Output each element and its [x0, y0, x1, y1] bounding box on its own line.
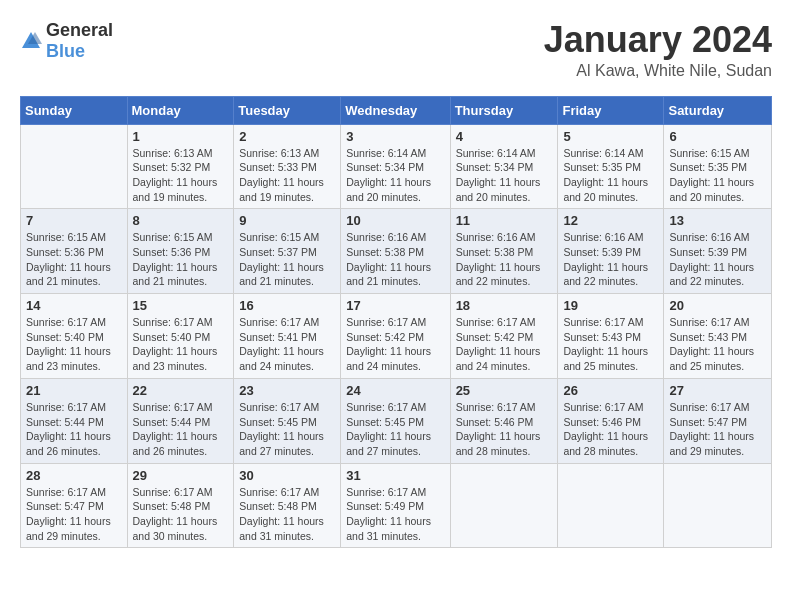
column-header-sunday: Sunday — [21, 96, 128, 124]
day-number: 12 — [563, 213, 658, 228]
day-cell: 13Sunrise: 6:16 AMSunset: 5:39 PMDayligh… — [664, 209, 772, 294]
day-number: 31 — [346, 468, 444, 483]
day-number: 3 — [346, 129, 444, 144]
day-number: 1 — [133, 129, 229, 144]
day-number: 14 — [26, 298, 122, 313]
day-cell: 31Sunrise: 6:17 AMSunset: 5:49 PMDayligh… — [341, 463, 450, 548]
day-number: 25 — [456, 383, 553, 398]
day-number: 15 — [133, 298, 229, 313]
day-info: Sunrise: 6:13 AMSunset: 5:33 PMDaylight:… — [239, 146, 335, 205]
day-cell: 27Sunrise: 6:17 AMSunset: 5:47 PMDayligh… — [664, 378, 772, 463]
day-cell: 3Sunrise: 6:14 AMSunset: 5:34 PMDaylight… — [341, 124, 450, 209]
day-number: 21 — [26, 383, 122, 398]
day-number: 4 — [456, 129, 553, 144]
column-header-tuesday: Tuesday — [234, 96, 341, 124]
day-cell: 18Sunrise: 6:17 AMSunset: 5:42 PMDayligh… — [450, 294, 558, 379]
day-number: 8 — [133, 213, 229, 228]
day-info: Sunrise: 6:17 AMSunset: 5:48 PMDaylight:… — [133, 485, 229, 544]
day-info: Sunrise: 6:13 AMSunset: 5:32 PMDaylight:… — [133, 146, 229, 205]
day-cell: 15Sunrise: 6:17 AMSunset: 5:40 PMDayligh… — [127, 294, 234, 379]
day-info: Sunrise: 6:17 AMSunset: 5:40 PMDaylight:… — [133, 315, 229, 374]
day-number: 29 — [133, 468, 229, 483]
week-row-1: 1Sunrise: 6:13 AMSunset: 5:32 PMDaylight… — [21, 124, 772, 209]
day-info: Sunrise: 6:15 AMSunset: 5:36 PMDaylight:… — [133, 230, 229, 289]
day-info: Sunrise: 6:15 AMSunset: 5:37 PMDaylight:… — [239, 230, 335, 289]
header-row: SundayMondayTuesdayWednesdayThursdayFrid… — [21, 96, 772, 124]
day-cell — [664, 463, 772, 548]
title-section: January 2024 Al Kawa, White Nile, Sudan — [544, 20, 772, 80]
day-cell — [21, 124, 128, 209]
logo-icon — [20, 30, 42, 52]
day-number: 2 — [239, 129, 335, 144]
day-number: 13 — [669, 213, 766, 228]
day-number: 22 — [133, 383, 229, 398]
day-info: Sunrise: 6:17 AMSunset: 5:47 PMDaylight:… — [26, 485, 122, 544]
day-info: Sunrise: 6:16 AMSunset: 5:38 PMDaylight:… — [346, 230, 444, 289]
day-number: 26 — [563, 383, 658, 398]
day-cell: 16Sunrise: 6:17 AMSunset: 5:41 PMDayligh… — [234, 294, 341, 379]
day-info: Sunrise: 6:17 AMSunset: 5:43 PMDaylight:… — [563, 315, 658, 374]
day-cell: 26Sunrise: 6:17 AMSunset: 5:46 PMDayligh… — [558, 378, 664, 463]
day-number: 16 — [239, 298, 335, 313]
day-info: Sunrise: 6:16 AMSunset: 5:39 PMDaylight:… — [563, 230, 658, 289]
day-cell: 20Sunrise: 6:17 AMSunset: 5:43 PMDayligh… — [664, 294, 772, 379]
day-info: Sunrise: 6:17 AMSunset: 5:44 PMDaylight:… — [133, 400, 229, 459]
day-number: 20 — [669, 298, 766, 313]
day-cell: 9Sunrise: 6:15 AMSunset: 5:37 PMDaylight… — [234, 209, 341, 294]
day-cell: 22Sunrise: 6:17 AMSunset: 5:44 PMDayligh… — [127, 378, 234, 463]
sub-title: Al Kawa, White Nile, Sudan — [544, 62, 772, 80]
day-number: 30 — [239, 468, 335, 483]
day-cell — [558, 463, 664, 548]
day-cell: 21Sunrise: 6:17 AMSunset: 5:44 PMDayligh… — [21, 378, 128, 463]
day-cell: 24Sunrise: 6:17 AMSunset: 5:45 PMDayligh… — [341, 378, 450, 463]
day-cell: 4Sunrise: 6:14 AMSunset: 5:34 PMDaylight… — [450, 124, 558, 209]
day-number: 19 — [563, 298, 658, 313]
column-header-saturday: Saturday — [664, 96, 772, 124]
week-row-3: 14Sunrise: 6:17 AMSunset: 5:40 PMDayligh… — [21, 294, 772, 379]
day-number: 5 — [563, 129, 658, 144]
day-cell: 7Sunrise: 6:15 AMSunset: 5:36 PMDaylight… — [21, 209, 128, 294]
column-header-thursday: Thursday — [450, 96, 558, 124]
day-info: Sunrise: 6:17 AMSunset: 5:43 PMDaylight:… — [669, 315, 766, 374]
day-info: Sunrise: 6:17 AMSunset: 5:45 PMDaylight:… — [346, 400, 444, 459]
calendar-table: SundayMondayTuesdayWednesdayThursdayFrid… — [20, 96, 772, 549]
day-cell: 1Sunrise: 6:13 AMSunset: 5:32 PMDaylight… — [127, 124, 234, 209]
day-cell: 12Sunrise: 6:16 AMSunset: 5:39 PMDayligh… — [558, 209, 664, 294]
day-info: Sunrise: 6:15 AMSunset: 5:35 PMDaylight:… — [669, 146, 766, 205]
day-cell — [450, 463, 558, 548]
week-row-5: 28Sunrise: 6:17 AMSunset: 5:47 PMDayligh… — [21, 463, 772, 548]
day-cell: 14Sunrise: 6:17 AMSunset: 5:40 PMDayligh… — [21, 294, 128, 379]
day-cell: 23Sunrise: 6:17 AMSunset: 5:45 PMDayligh… — [234, 378, 341, 463]
day-cell: 11Sunrise: 6:16 AMSunset: 5:38 PMDayligh… — [450, 209, 558, 294]
day-cell: 10Sunrise: 6:16 AMSunset: 5:38 PMDayligh… — [341, 209, 450, 294]
day-cell: 5Sunrise: 6:14 AMSunset: 5:35 PMDaylight… — [558, 124, 664, 209]
day-info: Sunrise: 6:17 AMSunset: 5:49 PMDaylight:… — [346, 485, 444, 544]
day-info: Sunrise: 6:17 AMSunset: 5:41 PMDaylight:… — [239, 315, 335, 374]
day-info: Sunrise: 6:17 AMSunset: 5:48 PMDaylight:… — [239, 485, 335, 544]
day-info: Sunrise: 6:17 AMSunset: 5:42 PMDaylight:… — [456, 315, 553, 374]
day-info: Sunrise: 6:17 AMSunset: 5:44 PMDaylight:… — [26, 400, 122, 459]
day-info: Sunrise: 6:17 AMSunset: 5:42 PMDaylight:… — [346, 315, 444, 374]
day-number: 18 — [456, 298, 553, 313]
day-cell: 28Sunrise: 6:17 AMSunset: 5:47 PMDayligh… — [21, 463, 128, 548]
logo: General Blue — [20, 20, 113, 62]
day-info: Sunrise: 6:16 AMSunset: 5:38 PMDaylight:… — [456, 230, 553, 289]
day-info: Sunrise: 6:14 AMSunset: 5:35 PMDaylight:… — [563, 146, 658, 205]
day-number: 23 — [239, 383, 335, 398]
day-cell: 25Sunrise: 6:17 AMSunset: 5:46 PMDayligh… — [450, 378, 558, 463]
day-cell: 8Sunrise: 6:15 AMSunset: 5:36 PMDaylight… — [127, 209, 234, 294]
logo-text: General Blue — [46, 20, 113, 62]
day-number: 17 — [346, 298, 444, 313]
day-cell: 6Sunrise: 6:15 AMSunset: 5:35 PMDaylight… — [664, 124, 772, 209]
header: General Blue January 2024 Al Kawa, White… — [20, 20, 772, 80]
day-info: Sunrise: 6:14 AMSunset: 5:34 PMDaylight:… — [456, 146, 553, 205]
day-cell: 19Sunrise: 6:17 AMSunset: 5:43 PMDayligh… — [558, 294, 664, 379]
day-number: 11 — [456, 213, 553, 228]
day-number: 28 — [26, 468, 122, 483]
main-title: January 2024 — [544, 20, 772, 60]
day-number: 24 — [346, 383, 444, 398]
day-number: 6 — [669, 129, 766, 144]
day-info: Sunrise: 6:17 AMSunset: 5:45 PMDaylight:… — [239, 400, 335, 459]
day-cell: 30Sunrise: 6:17 AMSunset: 5:48 PMDayligh… — [234, 463, 341, 548]
day-info: Sunrise: 6:17 AMSunset: 5:47 PMDaylight:… — [669, 400, 766, 459]
